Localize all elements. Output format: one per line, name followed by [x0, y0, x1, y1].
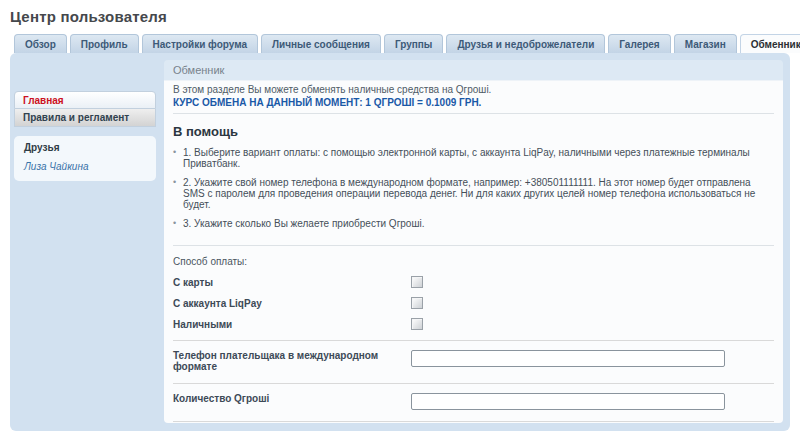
tab-forum-settings[interactable]: Настройки форума	[142, 34, 259, 53]
tab-profile[interactable]: Профиль	[70, 34, 139, 53]
tab-friends-foes[interactable]: Друзья и недоброжелатели	[446, 34, 605, 53]
payment-cash-label: Наличными	[173, 319, 411, 330]
tab-private-messages[interactable]: Личные сообщения	[261, 34, 381, 53]
payment-caption: Способ оплаты:	[173, 256, 774, 267]
sidebar-item-main[interactable]: Главная	[14, 91, 156, 109]
payment-liqpay-label: С аккаунта LiqPay	[173, 298, 411, 309]
friends-title: Друзья	[24, 142, 146, 153]
payment-liqpay-checkbox[interactable]	[411, 297, 423, 309]
help-item: 2. Укажите свой номер телефона в междуна…	[173, 177, 774, 210]
payment-option-row: Наличными	[173, 319, 774, 330]
payment-option-row: С аккаунта LiqPay	[173, 298, 774, 309]
content-wrapper: Главная Правила и регламент Друзья Лиза …	[10, 53, 790, 431]
help-item: 1. Выберите вариант оплаты: с помощью эл…	[173, 147, 774, 169]
phone-row: Телефон плательщака в международном форм…	[173, 341, 774, 384]
friend-link[interactable]: Лиза Чайкина	[24, 161, 89, 172]
exchange-rate-text: КУРС ОБМЕНА НА ДАННЫЙ МОМЕНТ: 1 QГРОШІ =…	[173, 97, 774, 108]
amount-label: Количество Qгроші	[173, 393, 411, 404]
help-heading: В помощь	[173, 124, 774, 139]
tab-gallery[interactable]: Галерея	[608, 34, 670, 53]
friends-box: Друзья Лиза Чайкина	[14, 136, 156, 181]
help-list: 1. Выберите вариант оплаты: с помощью эл…	[173, 147, 774, 229]
help-section: В помощь 1. Выберите вариант оплаты: с п…	[173, 114, 774, 246]
tab-exchanger[interactable]: Обменник	[740, 34, 800, 53]
sidebar-item-rules[interactable]: Правила и регламент	[14, 109, 156, 127]
tab-groups[interactable]: Группы	[384, 34, 443, 53]
panel-body: В этом разделе Вы можете обменять наличн…	[164, 81, 783, 423]
payment-cash-checkbox[interactable]	[411, 318, 423, 330]
payment-card-label: С карты	[173, 277, 411, 288]
agreement-row: С правилами и регламентом проведения опе…	[173, 422, 774, 423]
payment-option-row: С карты	[173, 277, 774, 288]
phone-label: Телефон плательщака в международном форм…	[173, 350, 411, 372]
tab-bar: Обзор Профиль Настройки форума Личные со…	[14, 34, 790, 53]
amount-input[interactable]	[411, 393, 725, 410]
page-title: Центр пользователя	[10, 8, 790, 25]
phone-input[interactable]	[411, 350, 725, 367]
amount-row: Количество Qгроші	[173, 384, 774, 422]
exchanger-panel: Обменник В этом разделе Вы можете обменя…	[164, 60, 783, 423]
payment-method-section: Способ оплаты: С карты С аккаунта LiqPay…	[173, 246, 774, 341]
tab-overview[interactable]: Обзор	[14, 34, 67, 53]
intro-section: В этом разделе Вы можете обменять наличн…	[173, 81, 774, 114]
tab-shop[interactable]: Магазин	[674, 34, 737, 53]
intro-text: В этом разделе Вы можете обменять наличн…	[173, 84, 774, 95]
help-item: 3. Укажите сколько Вы желаете приобрести…	[173, 218, 774, 229]
payment-card-checkbox[interactable]	[411, 276, 423, 288]
panel-title: Обменник	[164, 60, 783, 81]
sidebar: Главная Правила и регламент Друзья Лиза …	[14, 60, 156, 423]
user-center-page: Центр пользователя Обзор Профиль Настрой…	[0, 0, 800, 431]
